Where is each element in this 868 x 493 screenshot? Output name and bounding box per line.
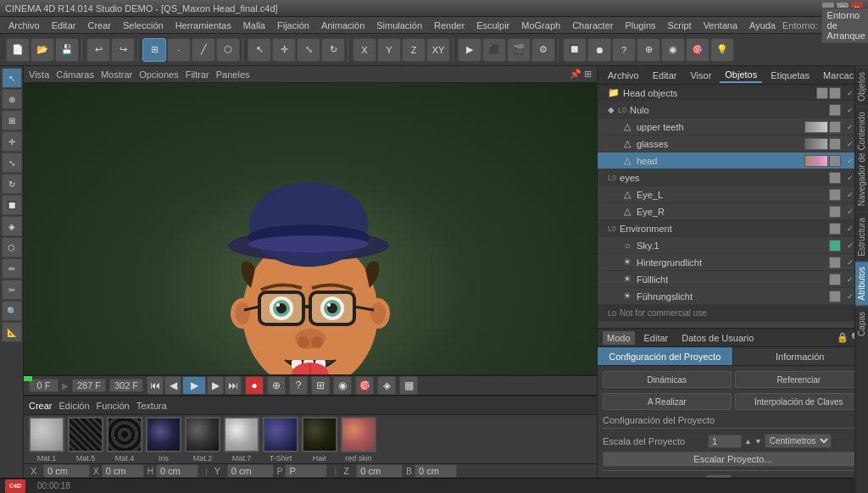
obj-tab-editar[interactable]: Editar xyxy=(648,69,682,82)
left-tool-5[interactable]: ⤡ xyxy=(2,152,22,173)
redo-button[interactable]: ↪ xyxy=(111,38,135,62)
obj-environment[interactable]: L0 Environment ✓ ● xyxy=(598,220,868,237)
side-tab-objetos[interactable]: Objetos xyxy=(855,66,868,106)
select-tool[interactable]: ↖ xyxy=(248,38,271,62)
tl-next-btn[interactable]: ▶ xyxy=(207,376,224,395)
mode-point[interactable]: · xyxy=(167,38,191,62)
mode-edge[interactable]: ╱ xyxy=(192,38,215,62)
open-button[interactable]: 📂 xyxy=(31,38,54,62)
tl-record-btn[interactable]: ● xyxy=(245,376,264,395)
side-tab-navegador[interactable]: Navegador de Contenido xyxy=(855,106,868,211)
mat-item-mat4[interactable]: Mat.4 xyxy=(107,417,142,463)
tl-end-btn[interactable]: ⏭ xyxy=(225,376,242,395)
mat-item-mat2[interactable]: Mat.2 xyxy=(185,417,220,463)
menu-malla[interactable]: Malla xyxy=(238,19,270,32)
display-btn4[interactable]: XY xyxy=(426,38,450,62)
obj-upper-teeth[interactable]: △ upper teeth ✓ ● xyxy=(598,119,868,136)
tl-prev-btn[interactable]: ◀ xyxy=(164,376,181,395)
side-tab-estructura[interactable]: Estructura xyxy=(855,212,868,262)
left-tool-7[interactable]: 🔲 xyxy=(2,195,22,215)
extra-btn5[interactable]: 💡 xyxy=(710,38,734,62)
left-tool-8[interactable]: ◈ xyxy=(2,216,22,236)
attr-subtab-realizar[interactable]: A Realizar xyxy=(603,393,732,410)
escala-input[interactable] xyxy=(708,435,742,448)
tl-frame-field[interactable] xyxy=(29,379,58,392)
obj-head[interactable]: △ head ✓ ● xyxy=(598,152,868,169)
tl-play-btn[interactable]: ▶ xyxy=(182,376,206,395)
mat-item-mat5[interactable]: Mat.5 xyxy=(68,417,103,463)
obj-glasses[interactable]: △ glasses ✓ ● xyxy=(598,136,868,152)
obj-fuhrungslicht[interactable]: ☀ Führungslicht ✓ ● xyxy=(598,288,868,305)
tl-fps-field[interactable] xyxy=(72,379,106,392)
mat-item-mat7[interactable]: Mat.7 xyxy=(224,417,259,463)
obj-sky[interactable]: ○ Sky.1 ✓ ● xyxy=(598,237,868,254)
menu-esculpir[interactable]: Esculpir xyxy=(471,19,515,32)
left-tool-11[interactable]: ✂ xyxy=(2,280,22,300)
mat-item-redskin[interactable]: red skin xyxy=(341,417,376,463)
vp-menu-mostrar[interactable]: Mostrar xyxy=(101,69,132,80)
mat-item-iris[interactable]: Iris xyxy=(146,417,181,463)
menu-simulacion[interactable]: Simulación xyxy=(371,19,427,32)
vp-menu-opciones[interactable]: Opciones xyxy=(139,69,178,80)
coord-p-input[interactable] xyxy=(285,464,327,478)
menu-ayuda[interactable]: Ayuda xyxy=(744,19,781,32)
escala-unit-select[interactable]: Centímetros Metros xyxy=(765,434,832,448)
mat-item-mat1[interactable]: Mat.1 xyxy=(29,417,64,463)
coord-xh-input[interactable] xyxy=(102,464,144,478)
save-button[interactable]: 💾 xyxy=(55,38,79,62)
obj-tab-visor[interactable]: Visor xyxy=(685,69,716,82)
coord-h-input[interactable] xyxy=(156,464,198,478)
side-tab-atributos[interactable]: Atributos xyxy=(855,261,868,305)
menu-mograph[interactable]: MoGraph xyxy=(516,19,565,32)
obj-hintergrundlicht[interactable]: ☀ Hintergrundlicht ✓ ● xyxy=(598,254,868,271)
left-tool-9[interactable]: ⬡ xyxy=(2,237,22,258)
render-btn1[interactable]: ▶ xyxy=(458,38,481,62)
vp-icon-expand[interactable]: ⊞ xyxy=(584,69,592,80)
obj-nfcu[interactable]: L0 Not for commercial use xyxy=(598,305,868,322)
attr-main-tab-config[interactable]: Configuración del Proyecto xyxy=(598,347,733,365)
display-btn3[interactable]: Z xyxy=(402,38,426,62)
left-tool-4[interactable]: ✛ xyxy=(2,131,22,152)
escala-down-icon[interactable]: ▼ xyxy=(754,437,762,446)
extra-btn3[interactable]: ◉ xyxy=(661,38,685,62)
entorno-value[interactable]: Entorno de Arranque xyxy=(821,8,868,43)
render-settings[interactable]: ⚙ xyxy=(531,38,555,62)
vp-menu-filtrar[interactable]: Filtrar xyxy=(186,69,209,80)
left-tool-2[interactable]: ⊕ xyxy=(2,89,22,109)
menu-script[interactable]: Script xyxy=(663,19,697,32)
escala-up-icon[interactable]: ▲ xyxy=(744,437,752,446)
snap-btn[interactable]: 🔲 xyxy=(563,38,587,62)
extra-btn2[interactable]: ⊕ xyxy=(637,38,660,62)
extra-btn1[interactable]: ? xyxy=(612,38,636,62)
tl-end-field[interactable] xyxy=(109,379,143,392)
tl-extra1-btn[interactable]: ⊕ xyxy=(267,376,286,395)
tl-extra7-btn[interactable]: ▦ xyxy=(399,376,418,395)
obj-tab-objetos[interactable]: Objetos xyxy=(720,68,762,83)
menu-editar[interactable]: Editar xyxy=(47,19,81,32)
new-button[interactable]: 📄 xyxy=(6,38,30,62)
menu-ventana[interactable]: Ventana xyxy=(698,19,743,32)
lock-icon[interactable]: 🔒 xyxy=(837,332,849,343)
obj-tab-marcac[interactable]: Marcac xyxy=(818,69,859,82)
tl-extra6-btn[interactable]: ◈ xyxy=(377,376,396,395)
mode-poly[interactable]: ⬡ xyxy=(216,38,240,62)
menu-herramientas[interactable]: Herramientas xyxy=(170,19,236,32)
coord-x-input[interactable] xyxy=(43,464,90,478)
attr-subtab-referenciar[interactable]: Referenciar xyxy=(735,371,864,388)
menu-seleccion[interactable]: Selección xyxy=(118,19,169,32)
left-tool-12[interactable]: 🔍 xyxy=(2,301,22,321)
attr-subtab-dinamicas[interactable]: Dinámicas xyxy=(603,371,732,388)
vp-icon-pin[interactable]: 📌 xyxy=(570,69,581,80)
undo-button[interactable]: ↩ xyxy=(86,38,110,62)
coord-b-input[interactable] xyxy=(415,464,457,478)
scale-tool[interactable]: ⤡ xyxy=(297,38,320,62)
mat-item-hair[interactable]: Hair xyxy=(302,417,337,463)
obj-eye-l[interactable]: △ Eye_L ✓ 👁 xyxy=(598,186,868,203)
menu-plugins[interactable]: Plugins xyxy=(620,19,660,32)
mat-tab-funcion[interactable]: Función xyxy=(97,401,130,411)
side-tab-capas[interactable]: Capas xyxy=(855,306,868,341)
tl-extra2-btn[interactable]: ? xyxy=(289,376,308,395)
tl-extra4-btn[interactable]: ◉ xyxy=(333,376,352,395)
menu-archivo[interactable]: Archivo xyxy=(3,19,45,32)
attr-subtab-interpolacion[interactable]: Interpolación de Claves xyxy=(735,393,864,410)
